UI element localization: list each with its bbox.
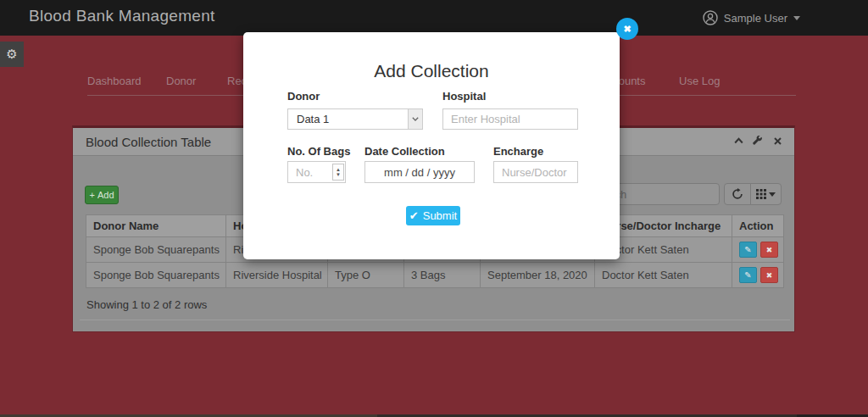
edit-icon: ✎	[744, 270, 751, 280]
collapse-chevron-up-icon[interactable]	[733, 136, 743, 146]
nav-item-dashboard[interactable]: Dashboard	[87, 75, 142, 87]
user-icon	[703, 10, 718, 25]
pagination-summary: Showing 1 to 2 of 2 rows	[86, 298, 207, 311]
edit-button[interactable]: ✎	[739, 267, 757, 283]
spinner-down-icon: ▼	[336, 172, 341, 177]
nav-item-donor[interactable]: Donor	[166, 75, 196, 87]
hospital-label: Hospital	[442, 90, 486, 103]
donor-select-wrap: Data 1	[287, 108, 423, 130]
wrench-icon[interactable]	[753, 136, 763, 146]
plus-icon: +	[89, 190, 94, 200]
submit-button-label: Submit	[423, 209, 457, 222]
panel-title: Blood Collection Table	[86, 135, 211, 149]
columns-grid-icon	[756, 189, 766, 199]
top-navbar: Blood Bank Management Sample User	[0, 0, 868, 36]
caret-down-icon	[769, 192, 776, 197]
cell-donor: Sponge Bob Squarepants	[86, 263, 226, 288]
donor-select[interactable]: Data 1	[288, 109, 422, 129]
col-action: Action	[732, 215, 784, 237]
number-spinner[interactable]: ▲ ▼	[332, 164, 344, 181]
user-name: Sample User	[724, 12, 787, 25]
table-row: Sponge Bob Squarepants Riverside Hospita…	[86, 263, 784, 288]
settings-gear-button[interactable]: ⚙	[0, 42, 24, 67]
columns-button[interactable]	[750, 183, 782, 205]
col-donor-name: Donor Name	[86, 215, 226, 237]
cell-blood-type: Type O	[328, 263, 404, 288]
add-button[interactable]: + Add	[85, 186, 119, 204]
refresh-button[interactable]	[724, 183, 751, 205]
delete-button[interactable]: ✖	[760, 242, 778, 258]
edit-icon: ✎	[744, 245, 751, 254]
edit-button[interactable]: ✎	[739, 242, 757, 258]
encharge-input[interactable]	[493, 161, 578, 183]
donor-label: Donor	[287, 90, 320, 103]
cell-incharge: Doctor Kett Saten	[595, 263, 732, 288]
modal-title: Add Collection	[243, 61, 620, 81]
modal-close-icon: ✖	[623, 24, 631, 35]
cell-donor: Sponge Bob Squarepants	[86, 237, 226, 263]
panel-close-icon[interactable]	[772, 136, 782, 146]
add-button-label: Add	[97, 190, 114, 200]
cell-action: ✎✖	[732, 263, 784, 288]
delete-icon: ✖	[766, 246, 773, 254]
delete-icon: ✖	[766, 271, 773, 280]
panel-tools	[733, 136, 782, 146]
submit-button[interactable]: ✔ Submit	[406, 206, 460, 225]
cell-hospital: Riverside Hospital	[226, 263, 328, 288]
modal-close-button[interactable]: ✖	[616, 18, 638, 40]
cell-date: September 18, 2020	[481, 263, 595, 288]
refresh-icon	[732, 188, 743, 200]
hospital-input[interactable]	[442, 108, 578, 130]
app-title: Blood Bank Management	[29, 7, 215, 25]
nav-item-use-log[interactable]: Use Log	[679, 75, 720, 87]
date-input[interactable]	[364, 161, 475, 183]
cell-action: ✎✖	[732, 237, 784, 263]
date-label: Date Collection	[364, 145, 445, 158]
add-collection-modal: Add Collection Donor Data 1 Hospital No.…	[243, 32, 620, 259]
chevron-down-icon	[793, 16, 800, 20]
check-icon: ✔	[409, 209, 419, 222]
encharge-label: Encharge	[493, 145, 543, 158]
cell-bags: 3 Bags	[404, 263, 481, 288]
page: Blood Bank Management Sample User ⚙ Dash…	[0, 0, 868, 417]
table-bottom-divider	[80, 320, 790, 320]
gear-icon: ⚙	[6, 47, 17, 62]
bags-label: No. Of Bags	[287, 145, 350, 158]
delete-button[interactable]: ✖	[760, 267, 778, 283]
user-menu[interactable]: Sample User	[703, 9, 800, 26]
